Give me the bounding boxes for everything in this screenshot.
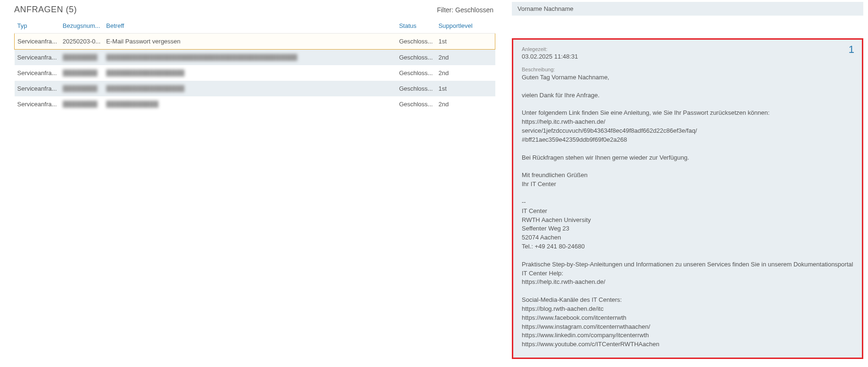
cell-status: Geschloss... [396, 81, 436, 96]
table-row[interactable]: Serviceanfra...████████████████████Gesch… [15, 96, 495, 112]
cell-level: 2nd [435, 50, 495, 66]
cell-subject: E-Mail Passwort vergessen [103, 34, 396, 50]
desc-label: Beschreibung: [522, 67, 853, 72]
cell-level: 2nd [435, 96, 495, 112]
cell-status: Geschloss... [396, 65, 436, 81]
cell-ref: 20250203-0... [60, 34, 103, 50]
cell-level: 2nd [435, 65, 495, 81]
cell-ref: ████████ [60, 96, 103, 112]
requests-table: Typ Bezugsnum... Betreff Status Supportl… [14, 18, 495, 112]
cell-status: Geschloss... [396, 34, 436, 50]
detail-panel: 1 Anlegezeit: 03.02.2025 11:48:31 Beschr… [512, 38, 863, 359]
cell-level: 1st [435, 34, 495, 50]
table-row[interactable]: Serviceanfra...█████████████████████████… [15, 81, 495, 96]
col-header-typ[interactable]: Typ [15, 18, 60, 34]
cell-typ: Serviceanfra... [15, 96, 60, 112]
col-header-subject[interactable]: Betreff [103, 18, 396, 34]
cell-ref: ████████ [60, 50, 103, 66]
cell-subject: ████████████████████████████████████████… [103, 50, 396, 66]
cell-level: 1st [435, 81, 495, 96]
detail-body: Guten Tag Vorname Nachname, vielen Dank … [522, 73, 853, 349]
cell-ref: ████████ [60, 65, 103, 81]
filter-label[interactable]: Filter: Geschlossen [437, 6, 495, 14]
cell-subject: ██████████████████ [103, 65, 396, 81]
cell-typ: Serviceanfra... [15, 65, 60, 81]
detail-number: 1 [849, 43, 854, 56]
cell-subject: ████████████ [103, 96, 396, 112]
cell-ref: ████████ [60, 81, 103, 96]
col-header-ref[interactable]: Bezugsnum... [60, 18, 103, 34]
table-row[interactable]: Serviceanfra...█████████████████████████… [15, 65, 495, 81]
col-header-status[interactable]: Status [396, 18, 436, 34]
cell-status: Geschloss... [396, 96, 436, 112]
cell-subject: ██████████████████ [103, 81, 396, 96]
col-header-level[interactable]: Supportlevel [435, 18, 495, 34]
table-row[interactable]: Serviceanfra...20250203-0...E-Mail Passw… [15, 34, 495, 50]
table-row[interactable]: Serviceanfra...█████████████████████████… [15, 50, 495, 66]
user-name-bar: Vorname Nachname [512, 2, 863, 16]
created-value: 03.02.2025 11:48:31 [522, 53, 853, 60]
cell-typ: Serviceanfra... [15, 50, 60, 66]
cell-typ: Serviceanfra... [15, 34, 60, 50]
cell-status: Geschloss... [396, 50, 436, 66]
page-title: ANFRAGEN (5) [14, 5, 77, 15]
cell-typ: Serviceanfra... [15, 81, 60, 96]
created-label: Anlegezeit: [522, 46, 853, 52]
